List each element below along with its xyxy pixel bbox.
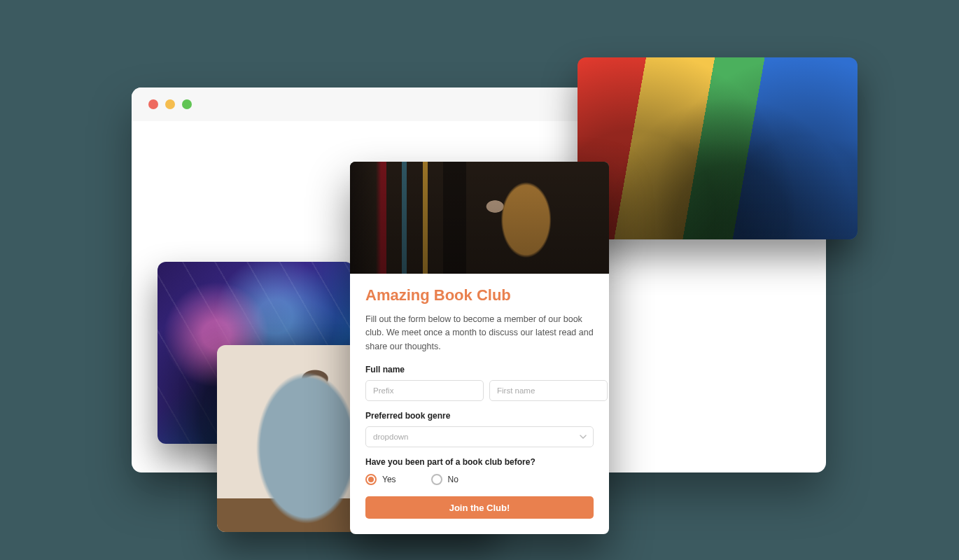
radio-no[interactable]: No [431,474,458,485]
window-minimize-dot[interactable] [165,99,175,109]
submit-button[interactable]: Join the Club! [365,496,594,519]
prior-club-radios: Yes No [365,474,594,485]
fullname-label: Full name [365,365,594,374]
form-hero-image [350,162,609,274]
window-maximize-dot[interactable] [182,99,192,109]
prefix-input[interactable] [365,380,484,401]
genre-select[interactable]: dropdown [365,426,594,447]
prior-club-label: Have you been part of a book club before… [365,457,594,467]
radio-indicator-icon [365,474,377,485]
radio-indicator-icon [431,474,442,485]
form-title: Amazing Book Club [365,286,594,304]
radio-yes-label: Yes [382,475,396,484]
image-card-pride [578,57,858,239]
radio-yes[interactable]: Yes [365,474,396,485]
firstname-input[interactable] [489,380,608,401]
form-description: Fill out the form below to become a memb… [365,313,594,354]
form-body: Amazing Book Club Fill out the form belo… [350,274,609,534]
fullname-row [365,380,594,401]
radio-no-label: No [448,475,458,484]
genre-label: Preferred book genre [365,411,594,421]
genre-select-wrap: dropdown [365,426,594,447]
signup-form-panel: Amazing Book Club Fill out the form belo… [350,162,609,534]
window-close-dot[interactable] [148,99,158,109]
